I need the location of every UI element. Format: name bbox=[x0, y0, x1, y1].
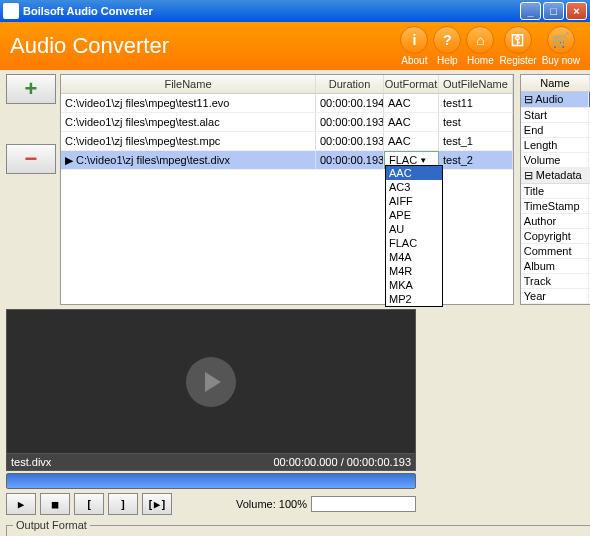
col-outfilename[interactable]: OutFileName bbox=[439, 75, 513, 93]
prop-row[interactable]: Year bbox=[521, 289, 590, 304]
dropdown-option[interactable]: AIFF bbox=[386, 194, 442, 208]
prop-row[interactable]: Track bbox=[521, 274, 590, 289]
file-table: FileName Duration OutFormat OutFileName … bbox=[60, 74, 514, 305]
prop-col-name: Name bbox=[521, 75, 590, 91]
header-home-button[interactable]: ⌂Home bbox=[466, 26, 494, 66]
dropdown-option[interactable]: AU bbox=[386, 222, 442, 236]
buy now-icon: 🛒 bbox=[547, 26, 575, 54]
window-title: Boilsoft Audio Converter bbox=[23, 5, 520, 17]
maximize-button[interactable]: □ bbox=[543, 2, 564, 20]
col-outformat[interactable]: OutFormat bbox=[384, 75, 439, 93]
dropdown-option[interactable]: M4R bbox=[386, 264, 442, 278]
prop-row[interactable]: VolumeNormal bbox=[521, 153, 590, 168]
output-format-group: Output Format Out Format: FLAC - Free Lo… bbox=[6, 519, 590, 536]
table-row[interactable]: C:\video1\zj files\mpeg\test.mpc00:00:00… bbox=[61, 132, 513, 151]
col-duration[interactable]: Duration bbox=[316, 75, 384, 93]
preview-time: 00:00:00.000 / 00:00:00.193 bbox=[273, 456, 411, 468]
prop-row[interactable]: TimeStamp bbox=[521, 199, 590, 214]
dropdown-option[interactable]: MKA bbox=[386, 278, 442, 292]
prop-row[interactable]: Length00:00:00.193 bbox=[521, 138, 590, 153]
dropdown-option[interactable]: AC3 bbox=[386, 180, 442, 194]
header-help-button[interactable]: ?Help bbox=[433, 26, 461, 66]
preview-filename: test.divx bbox=[11, 456, 51, 468]
header-buy-now-button[interactable]: 🛒Buy now bbox=[542, 26, 580, 66]
format-dropdown[interactable]: AACAC3AIFFAPEAUFLACM4AM4RMKAMP2 bbox=[385, 165, 443, 307]
prop-row[interactable]: Title bbox=[521, 184, 590, 199]
app-title: Audio Converter bbox=[10, 33, 400, 59]
volume-label: Volume: 100% bbox=[236, 498, 307, 510]
dropdown-option[interactable]: FLAC bbox=[386, 236, 442, 250]
table-row[interactable]: ▶ C:\video1\zj files\mpeg\test.divx00:00… bbox=[61, 151, 513, 170]
prop-row[interactable]: Author bbox=[521, 214, 590, 229]
dropdown-option[interactable]: M4A bbox=[386, 250, 442, 264]
play-button[interactable]: ▶ bbox=[6, 493, 36, 515]
seek-slider[interactable] bbox=[6, 473, 416, 489]
preview-panel: test.divx 00:00:00.000 / 00:00:00.193 ▶ … bbox=[6, 309, 416, 515]
header: Audio Converter iAbout?Help⌂Home⚿Registe… bbox=[0, 22, 590, 70]
dropdown-option[interactable]: MP2 bbox=[386, 292, 442, 306]
volume-slider[interactable] bbox=[311, 496, 416, 512]
prop-row[interactable]: Copyright bbox=[521, 229, 590, 244]
stop-button[interactable]: ■ bbox=[40, 493, 70, 515]
mark-out-button[interactable]: ] bbox=[108, 493, 138, 515]
add-file-button[interactable]: + bbox=[6, 74, 56, 104]
prop-category-metadata[interactable]: ⊟ Metadata bbox=[521, 168, 590, 184]
remove-file-button[interactable]: − bbox=[6, 144, 56, 174]
prop-row[interactable]: Comment bbox=[521, 244, 590, 259]
about-icon: i bbox=[400, 26, 428, 54]
play-overlay-icon[interactable] bbox=[186, 357, 236, 407]
titlebar: Boilsoft Audio Converter _ □ × bbox=[0, 0, 590, 22]
prop-row[interactable]: ⊟ Audio1 bbox=[521, 92, 590, 108]
prop-row[interactable]: Album bbox=[521, 259, 590, 274]
mark-in-button[interactable]: [ bbox=[74, 493, 104, 515]
register-icon: ⚿ bbox=[504, 26, 532, 54]
minimize-button[interactable]: _ bbox=[520, 2, 541, 20]
output-format-legend: Output Format bbox=[13, 519, 90, 531]
prop-row[interactable]: Start00:00:00.000 bbox=[521, 108, 590, 123]
table-row[interactable]: C:\video1\zj files\mpeg\test11.evo00:00:… bbox=[61, 94, 513, 113]
dropdown-option[interactable]: AAC bbox=[386, 166, 442, 180]
home-icon: ⌂ bbox=[466, 26, 494, 54]
app-icon bbox=[3, 3, 19, 19]
prop-row[interactable]: End00:00:00.193 bbox=[521, 123, 590, 138]
header-about-button[interactable]: iAbout bbox=[400, 26, 428, 66]
header-register-button[interactable]: ⚿Register bbox=[499, 26, 536, 66]
col-filename[interactable]: FileName bbox=[61, 75, 316, 93]
help-icon: ? bbox=[433, 26, 461, 54]
property-grid: Name Value ⊟ Audio1 Start00:00:00.000 En… bbox=[520, 74, 590, 305]
table-row[interactable]: C:\video1\zj files\mpeg\test.alac00:00:0… bbox=[61, 113, 513, 132]
next-button[interactable]: [▶] bbox=[142, 493, 172, 515]
close-button[interactable]: × bbox=[566, 2, 587, 20]
video-preview[interactable] bbox=[6, 309, 416, 454]
dropdown-option[interactable]: APE bbox=[386, 208, 442, 222]
